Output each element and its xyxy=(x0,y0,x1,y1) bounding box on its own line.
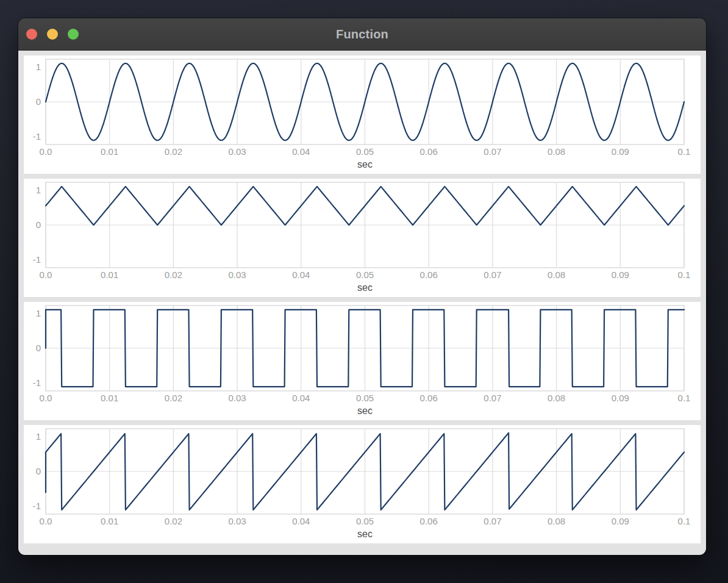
x-tick-label: 0.03 xyxy=(228,146,246,157)
x-tick-label: 0.03 xyxy=(228,270,246,280)
x-tick-label: 0.07 xyxy=(484,516,501,526)
x-tick-label: 0.09 xyxy=(612,393,629,403)
x-tick-label: 0.01 xyxy=(101,393,118,403)
x-tick-label: 0.08 xyxy=(548,146,565,157)
y-tick-label: 0 xyxy=(36,96,41,107)
x-tick-label: 0.06 xyxy=(420,146,438,157)
window-titlebar[interactable]: Function xyxy=(18,18,706,51)
x-tick-label: 0.05 xyxy=(356,393,374,403)
y-tick-label: 1 xyxy=(36,62,41,72)
y-tick-label: 1 xyxy=(36,185,41,195)
window-controls xyxy=(26,18,79,50)
x-tick-label: 0.02 xyxy=(165,270,182,280)
x-tick-label: 0.0 xyxy=(40,516,52,526)
close-button[interactable] xyxy=(26,29,37,40)
x-tick-label: 0.01 xyxy=(101,270,118,280)
chart-panel-sawtooth: 10-10.00.010.020.030.040.050.060.070.080… xyxy=(24,425,701,543)
y-tick-label: 0 xyxy=(36,220,41,230)
sine-wave-chart: 10-10.00.010.020.030.040.050.060.070.080… xyxy=(24,55,701,174)
x-tick-label: 0.04 xyxy=(292,146,310,157)
x-tick-label: 0.09 xyxy=(612,516,629,526)
window-title: Function xyxy=(18,27,706,41)
desktop-background: { "window": { "title": "Function", "cont… xyxy=(0,0,728,583)
x-tick-label: 0.09 xyxy=(612,146,629,157)
triangle-wave-chart: 10-10.00.010.020.030.040.050.060.070.080… xyxy=(24,179,701,297)
zoom-button[interactable] xyxy=(68,29,79,40)
y-tick-label: 1 xyxy=(36,308,41,318)
y-tick-label: 0 xyxy=(36,466,41,476)
x-tick-label: 0.07 xyxy=(484,270,501,280)
x-tick-label: 0.02 xyxy=(165,516,182,526)
x-tick-label: 0.09 xyxy=(612,270,629,280)
x-tick-label: 0.02 xyxy=(165,393,182,403)
charts-container: 10-10.00.010.020.030.040.050.060.070.080… xyxy=(18,51,706,555)
minimize-button[interactable] xyxy=(47,29,58,40)
x-tick-label: 0.05 xyxy=(356,516,374,526)
x-tick-label: 0.1 xyxy=(678,393,691,403)
y-tick-label: -1 xyxy=(33,254,41,265)
y-tick-label: -1 xyxy=(33,131,41,141)
x-axis-label: sec xyxy=(357,159,373,170)
y-tick-label: -1 xyxy=(33,377,41,388)
x-tick-label: 0.05 xyxy=(356,146,374,157)
x-tick-label: 0.0 xyxy=(40,270,52,280)
x-tick-label: 0.02 xyxy=(165,146,182,157)
x-tick-label: 0.08 xyxy=(548,516,565,526)
chart-panel-sine: 10-10.00.010.020.030.040.050.060.070.080… xyxy=(24,55,701,174)
x-tick-label: 0.1 xyxy=(678,270,691,280)
x-tick-label: 0.06 xyxy=(420,270,438,280)
x-tick-label: 0.07 xyxy=(484,393,501,403)
x-tick-label: 0.1 xyxy=(678,146,691,157)
x-axis-label: sec xyxy=(357,282,373,293)
x-tick-label: 0.03 xyxy=(228,516,246,526)
y-tick-label: 0 xyxy=(36,343,41,353)
x-tick-label: 0.01 xyxy=(101,146,118,157)
x-axis-label: sec xyxy=(357,406,373,416)
x-tick-label: 0.06 xyxy=(420,393,438,403)
chart-panel-triangle: 10-10.00.010.020.030.040.050.060.070.080… xyxy=(24,179,701,297)
x-tick-label: 0.0 xyxy=(40,393,52,403)
x-tick-label: 0.04 xyxy=(292,393,310,403)
y-tick-label: 1 xyxy=(36,431,41,442)
x-tick-label: 0.03 xyxy=(228,393,246,403)
x-tick-label: 0.04 xyxy=(292,270,310,280)
app-window: Function 10-10.00.010.020.030.040.050.06… xyxy=(18,18,706,555)
chart-panel-square: 10-10.00.010.020.030.040.050.060.070.080… xyxy=(24,302,701,420)
y-tick-label: -1 xyxy=(33,501,41,511)
square-wave-chart: 10-10.00.010.020.030.040.050.060.070.080… xyxy=(24,302,701,420)
x-tick-label: 0.04 xyxy=(292,516,310,526)
x-tick-label: 0.0 xyxy=(40,146,52,157)
x-tick-label: 0.08 xyxy=(548,270,565,280)
x-tick-label: 0.08 xyxy=(548,393,565,403)
sawtooth-wave-chart: 10-10.00.010.020.030.040.050.060.070.080… xyxy=(24,425,701,543)
x-tick-label: 0.07 xyxy=(484,146,501,157)
x-tick-label: 0.01 xyxy=(101,516,118,526)
x-axis-label: sec xyxy=(357,529,373,539)
x-tick-label: 0.1 xyxy=(678,516,691,526)
x-tick-label: 0.06 xyxy=(420,516,438,526)
x-tick-label: 0.05 xyxy=(356,270,374,280)
